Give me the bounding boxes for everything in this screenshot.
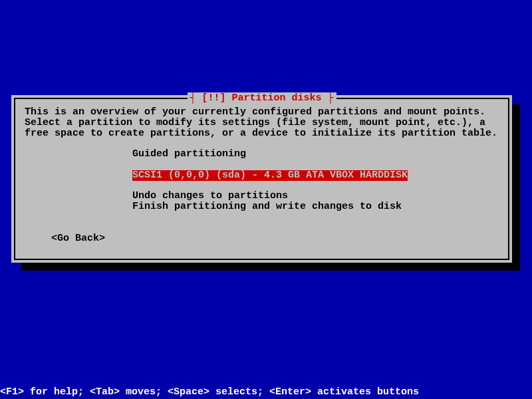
- intro-text: This is an overview of your currently co…: [25, 107, 499, 138]
- title-bracket-left: ┤: [190, 92, 201, 104]
- dialog-body: This is an overview of your currently co…: [15, 99, 508, 252]
- menu-spacer: [132, 181, 499, 191]
- dialog-title: ┤ [!!] Partition disks ├: [187, 92, 336, 104]
- menu-undo-changes[interactable]: Undo changes to partitions: [132, 191, 499, 201]
- footer-help-text: <F1> for help; <Tab> moves; <Space> sele…: [0, 386, 419, 398]
- menu-spacer: [132, 160, 499, 170]
- partition-dialog: ┤ [!!] Partition disks ├ This is an over…: [11, 95, 512, 263]
- menu-finish-partitioning[interactable]: Finish partitioning and write changes to…: [132, 201, 499, 212]
- dialog-border: ┤ [!!] Partition disks ├ This is an over…: [14, 98, 509, 260]
- menu-guided-partitioning[interactable]: Guided partitioning: [132, 149, 499, 160]
- go-back-button[interactable]: <Go Back>: [51, 233, 499, 244]
- title-text: [!!] Partition disks: [201, 92, 321, 104]
- title-bracket-right: ├: [322, 92, 334, 104]
- menu-disk-scsi1[interactable]: SCSI1 (0,0,0) (sda) - 4.3 GB ATA VBOX HA…: [132, 170, 408, 181]
- partition-menu: Guided partitioning SCSI1 (0,0,0) (sda) …: [132, 149, 499, 211]
